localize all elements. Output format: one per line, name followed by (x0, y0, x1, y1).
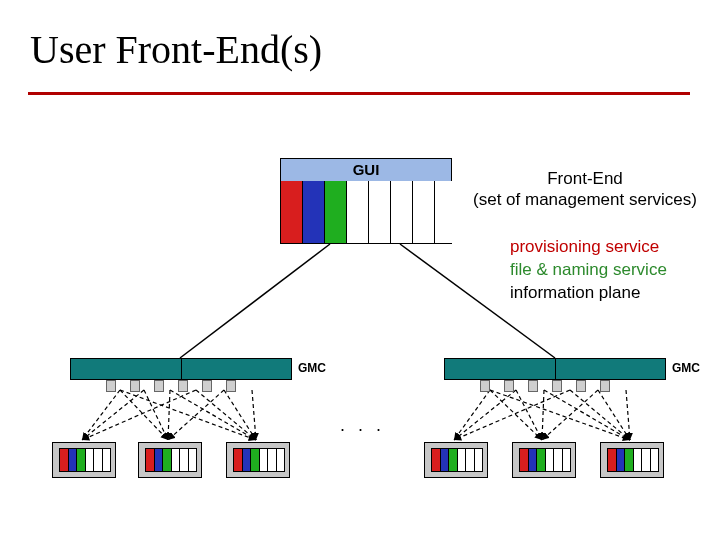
svg-line-0 (180, 244, 330, 358)
svg-line-15 (490, 390, 542, 440)
svg-line-19 (542, 390, 544, 440)
title-underline (28, 92, 690, 95)
svg-line-17 (454, 390, 516, 440)
svg-line-24 (598, 390, 630, 440)
svg-line-21 (454, 390, 570, 440)
file-naming-service-label: file & naming service (510, 259, 667, 282)
compute-node (226, 442, 290, 478)
gmc-label-right: GMC (672, 361, 700, 375)
gmc-stubs-left (106, 380, 236, 392)
svg-line-22 (570, 390, 630, 440)
compute-node (138, 442, 202, 478)
svg-line-10 (196, 390, 256, 440)
svg-line-7 (168, 390, 170, 440)
gui-block: GUI (280, 158, 452, 244)
svg-line-2 (82, 390, 120, 440)
information-plane-label: information plane (510, 282, 667, 305)
svg-line-23 (542, 390, 598, 440)
gmc-label-left: GMC (298, 361, 326, 375)
svg-line-9 (82, 390, 196, 440)
svg-line-25 (626, 390, 630, 440)
svg-line-8 (170, 390, 256, 440)
gmc-stubs-right (480, 380, 610, 392)
compute-node (424, 442, 488, 478)
svg-line-20 (544, 390, 630, 440)
gmc-bar-right (444, 358, 666, 380)
svg-line-13 (252, 390, 256, 440)
gui-header: GUI (281, 159, 451, 182)
compute-node (52, 442, 116, 478)
svg-line-16 (490, 390, 630, 440)
svg-line-6 (144, 390, 168, 440)
service-list: provisioning service file & naming servi… (510, 236, 667, 305)
cluster-ellipsis: . . . (340, 415, 385, 436)
compute-node (600, 442, 664, 478)
gmc-bar-left (70, 358, 292, 380)
svg-line-3 (120, 390, 168, 440)
svg-line-14 (454, 390, 490, 440)
gui-service-bars (281, 181, 456, 243)
frontend-label: Front-End (set of management services) (460, 168, 710, 211)
svg-line-12 (224, 390, 256, 440)
svg-line-4 (120, 390, 256, 440)
svg-line-5 (82, 390, 144, 440)
slide-title: User Front-End(s) (30, 26, 322, 73)
provisioning-service-label: provisioning service (510, 236, 667, 259)
svg-line-11 (168, 390, 224, 440)
compute-node (512, 442, 576, 478)
svg-line-18 (516, 390, 542, 440)
